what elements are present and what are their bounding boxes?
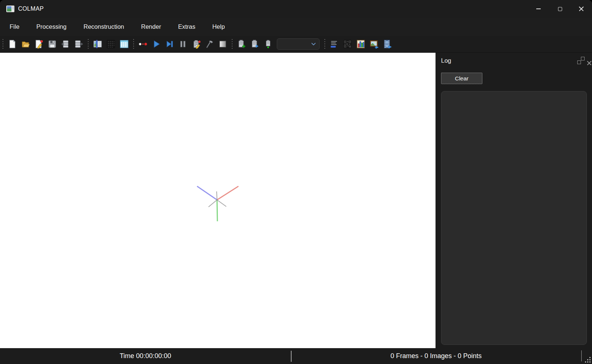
log-toggle-button[interactable]	[327, 37, 341, 51]
model-selector-dropdown[interactable]	[277, 38, 320, 50]
menu-reconstruction[interactable]: Reconstruction	[83, 23, 124, 30]
render-options-button[interactable]	[216, 37, 229, 51]
neg-y-axis-line	[217, 191, 217, 200]
axis-gizmo	[0, 53, 436, 348]
statistics-button[interactable]	[354, 37, 367, 51]
import-into-model-button[interactable]	[248, 37, 261, 51]
toolbar-separator	[2, 38, 4, 50]
save-project-button[interactable]	[45, 37, 59, 51]
match-matrix-button[interactable]	[341, 37, 354, 51]
menu-render[interactable]: Render	[141, 23, 161, 30]
start-reconstruction-button[interactable]	[149, 37, 163, 51]
grab-image-icon	[369, 39, 379, 49]
open-project-icon	[21, 39, 30, 49]
menu-extras[interactable]: Extras	[178, 23, 195, 30]
minimize-button[interactable]	[528, 0, 549, 18]
y-axis-line	[217, 200, 217, 221]
log-panel: Log Clear	[436, 53, 592, 348]
export-model-button[interactable]	[72, 37, 85, 51]
log-output-area[interactable]	[441, 91, 587, 345]
chevron-down-icon	[311, 41, 316, 47]
main-area: Log Clear	[0, 53, 592, 348]
log-panel-header: Log	[441, 53, 587, 68]
open-project-button[interactable]	[19, 37, 32, 51]
model-overview-button[interactable]	[261, 37, 275, 51]
colmap-app-icon	[6, 6, 14, 12]
render-options-icon	[218, 39, 227, 49]
statistics-icon	[356, 39, 365, 49]
toolbar	[0, 36, 592, 53]
dense-reconstruction-icon	[205, 39, 214, 49]
new-model-button[interactable]	[235, 37, 248, 51]
edit-project-button[interactable]	[32, 37, 45, 51]
feature-extraction-button[interactable]	[91, 37, 104, 51]
grab-movie-icon	[383, 39, 392, 49]
reconstruction-options-button[interactable]	[136, 37, 149, 51]
colmap-window: COLMAP File Processing Reconstruction Re…	[0, 0, 592, 364]
grab-movie-button[interactable]	[381, 37, 394, 51]
export-model-icon	[74, 39, 83, 49]
database-management-icon	[120, 39, 129, 49]
dense-reconstruction-button[interactable]	[203, 37, 216, 51]
z-axis-line	[197, 186, 217, 200]
window-title: COLMAP	[18, 6, 44, 12]
feature-matching-button[interactable]	[104, 37, 117, 51]
menu-help[interactable]: Help	[212, 23, 225, 30]
bundle-adjustment-button[interactable]	[189, 37, 203, 51]
neg-z-axis-line	[217, 200, 226, 207]
pause-reconstruction-icon	[178, 39, 187, 49]
model-overview-icon	[264, 39, 273, 49]
status-separator	[581, 350, 582, 361]
database-management-button[interactable]	[117, 37, 131, 51]
minimize-icon	[536, 8, 541, 9]
model-viewport[interactable]	[0, 53, 436, 348]
step-reconstruction-button[interactable]	[163, 37, 176, 51]
window-controls	[528, 0, 592, 18]
reconstruction-options-icon	[138, 39, 148, 49]
import-model-icon	[61, 39, 70, 49]
import-model-button[interactable]	[59, 37, 72, 51]
toolbar-separator	[324, 38, 326, 50]
menu-bar: File Processing Reconstruction Render Ex…	[0, 18, 592, 36]
save-project-icon	[48, 39, 57, 49]
toolbar-separator	[87, 38, 89, 50]
feature-matching-icon	[106, 39, 116, 49]
import-into-model-icon	[250, 39, 259, 49]
close-icon	[579, 6, 584, 11]
step-reconstruction-icon	[165, 39, 174, 49]
grab-image-button[interactable]	[367, 37, 381, 51]
feature-extraction-icon	[93, 39, 102, 49]
pause-reconstruction-button[interactable]	[176, 37, 189, 51]
log-panel-title: Log	[441, 57, 451, 64]
clear-log-button[interactable]: Clear	[441, 73, 482, 84]
new-model-icon	[237, 39, 246, 49]
menu-processing[interactable]: Processing	[37, 23, 67, 30]
neg-x-axis-line	[209, 200, 217, 207]
start-reconstruction-icon	[152, 39, 161, 49]
status-counts: 0 Frames - 0 Images - 0 Points	[292, 352, 581, 360]
close-button[interactable]	[571, 0, 592, 18]
new-project-button[interactable]	[6, 37, 19, 51]
log-icon	[330, 39, 339, 49]
bundle-adjustment-icon	[192, 39, 201, 49]
title-bar: COLMAP	[0, 0, 592, 18]
status-bar: Time 00:00:00:00 0 Frames - 0 Images - 0…	[0, 348, 592, 364]
status-time: Time 00:00:00:00	[0, 352, 291, 360]
maximize-button[interactable]	[549, 0, 571, 18]
toolbar-separator	[231, 38, 233, 50]
toolbar-separator	[133, 38, 134, 50]
edit-project-icon	[34, 39, 44, 49]
menu-file[interactable]: File	[10, 23, 20, 30]
match-matrix-icon	[343, 39, 352, 49]
x-axis-line	[217, 186, 238, 200]
maximize-icon	[558, 7, 562, 11]
new-project-icon	[8, 39, 17, 49]
resize-grip[interactable]	[584, 356, 591, 363]
